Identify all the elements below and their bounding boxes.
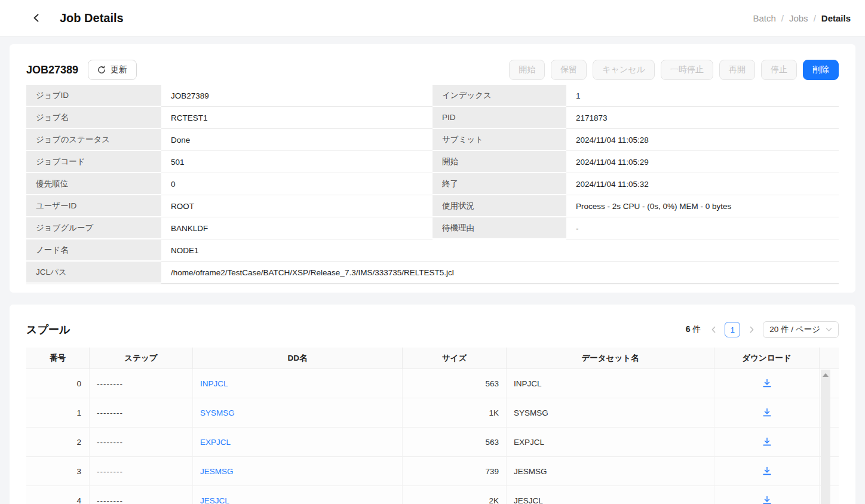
- detail-value: RCTEST1: [161, 107, 432, 129]
- download-button[interactable]: [759, 405, 775, 420]
- spool-pagination: 6 件 1 20 件 / ページ: [686, 321, 839, 338]
- spool-cell-download: [714, 457, 820, 485]
- detail-label: 開始: [432, 151, 566, 173]
- spool-cell-dataset: SYSMSG: [507, 398, 714, 427]
- action-button[interactable]: 停止: [761, 60, 797, 80]
- detail-label: ユーザーID: [26, 195, 161, 217]
- detail-label: ジョブコード: [26, 151, 161, 173]
- spool-cell-download: [714, 369, 820, 398]
- spool-table-header: 番号 ステップ DD名 サイズ データセット名 ダウンロード: [26, 348, 839, 369]
- spool-cell-step: --------: [90, 457, 193, 485]
- detail-value: Process - 2s CPU - (0s, 0%) MEM - 0 byte…: [566, 195, 839, 217]
- detail-label: ジョブのステータス: [26, 129, 161, 151]
- detail-label: 使用状況: [432, 195, 566, 217]
- spool-cell-number: 4: [26, 486, 90, 504]
- table-row: 2--------EXPJCL563EXPJCL: [26, 428, 839, 457]
- download-button[interactable]: [759, 464, 775, 478]
- chevron-down-icon: [826, 327, 832, 332]
- column-header-step: ステップ: [90, 348, 193, 368]
- chevron-left-icon: [711, 326, 716, 333]
- table-scrollbar[interactable]: [821, 370, 830, 504]
- detail-value: -: [566, 217, 839, 239]
- spool-table-body: 0--------INPJCL563INPJCL 1--------SYSMSG…: [26, 369, 839, 504]
- detail-label: ジョブ名: [26, 107, 161, 129]
- dd-link[interactable]: JESMSG: [200, 467, 234, 476]
- spool-cell-step: --------: [90, 398, 193, 427]
- scrollbar-up-arrow-icon: [823, 373, 829, 377]
- spool-header-row: スプール 6 件 1 20 件 / ページ: [26, 318, 839, 342]
- spool-cell-dd-name: INPJCL: [193, 369, 403, 398]
- detail-row: JCLパス/home/oframe2/TestCase/BATCH/XSP/Re…: [26, 262, 839, 284]
- detail-value: NODE1: [161, 239, 839, 262]
- job-detail-table: ジョブIDJOB27389インデックス1ジョブ名RCTEST1PID217187…: [26, 85, 839, 284]
- detail-row: ユーザーIDROOT使用状況Process - 2s CPU - (0s, 0%…: [26, 195, 839, 217]
- spool-cell-step: --------: [90, 486, 193, 504]
- spool-cell-size: 2K: [403, 486, 507, 504]
- spool-cell-dataset: JESMSG: [507, 457, 714, 485]
- spool-count-unit: 件: [692, 324, 701, 334]
- spool-cell-download: [714, 486, 820, 504]
- detail-label: ジョブグループ: [26, 217, 161, 239]
- download-icon: [762, 379, 772, 388]
- detail-label: ノード名: [26, 239, 161, 262]
- table-row: 4--------JESJCL2KJESJCL: [26, 486, 839, 504]
- column-header-size: サイズ: [403, 348, 507, 368]
- detail-row: ジョブグループBANKLDF待機理由-: [26, 217, 839, 239]
- breadcrumb-details: Details: [821, 13, 851, 23]
- column-header-dataset: データセット名: [507, 348, 714, 368]
- refresh-icon: [97, 66, 106, 74]
- action-button[interactable]: 保留: [551, 60, 587, 80]
- spool-count: 6 件: [686, 324, 701, 335]
- download-button[interactable]: [759, 435, 775, 449]
- spool-cell-dd-name: JESMSG: [193, 457, 403, 485]
- chevron-left-icon: [32, 13, 41, 23]
- spool-card: スプール 6 件 1 20 件 / ページ 番号 ステップ DD名 サイズ デー…: [10, 305, 855, 504]
- download-button[interactable]: [759, 493, 775, 504]
- spool-cell-dataset: JESJCL: [507, 486, 714, 504]
- refresh-button[interactable]: 更新: [88, 60, 137, 80]
- spool-count-value: 6: [686, 324, 691, 334]
- detail-label: サブミット: [432, 129, 566, 151]
- spool-table: 番号 ステップ DD名 サイズ データセット名 ダウンロード 0--------…: [26, 348, 839, 504]
- dd-link[interactable]: JESJCL: [200, 496, 229, 504]
- detail-label: 優先順位: [26, 173, 161, 195]
- spool-cell-dd-name: JESJCL: [193, 486, 403, 504]
- back-button[interactable]: [29, 10, 44, 26]
- dd-link[interactable]: SYSMSG: [200, 408, 235, 417]
- detail-value: 2024/11/04 11:05:29: [566, 151, 839, 173]
- action-button[interactable]: 一時停止: [661, 60, 713, 80]
- action-button[interactable]: キャンセル: [593, 60, 655, 80]
- table-row: 1--------SYSMSG1KSYSMSG: [26, 398, 839, 428]
- delete-button[interactable]: 削除: [803, 60, 839, 80]
- detail-label: 終了: [432, 173, 566, 195]
- detail-row: ジョブコード501開始2024/11/04 11:05:29: [26, 151, 839, 173]
- breadcrumb-jobs[interactable]: Jobs: [789, 13, 808, 23]
- detail-value: 0: [161, 173, 432, 195]
- page-number-button[interactable]: 1: [725, 322, 740, 337]
- breadcrumb: Batch / Jobs / Details: [753, 13, 851, 23]
- spool-title: スプール: [26, 322, 70, 337]
- page-size-select[interactable]: 20 件 / ページ: [763, 321, 839, 338]
- download-icon: [762, 496, 772, 504]
- spool-cell-dataset: EXPJCL: [507, 428, 714, 456]
- detail-value: JOB27389: [161, 85, 432, 107]
- table-row: 3--------JESMSG739JESMSG: [26, 457, 839, 486]
- column-header-spacer: [820, 348, 839, 368]
- dd-link[interactable]: INPJCL: [200, 379, 228, 388]
- action-button[interactable]: 開始: [509, 60, 545, 80]
- spool-cell-number: 2: [26, 428, 90, 456]
- column-header-dd-name: DD名: [193, 348, 403, 368]
- detail-label: ジョブID: [26, 85, 161, 107]
- dd-link[interactable]: EXPJCL: [200, 438, 231, 447]
- detail-row: ジョブIDJOB27389インデックス1: [26, 85, 839, 107]
- action-button[interactable]: 再開: [719, 60, 755, 80]
- breadcrumb-batch[interactable]: Batch: [753, 13, 775, 23]
- column-header-number: 番号: [26, 348, 90, 368]
- refresh-label: 更新: [111, 64, 127, 75]
- prev-page-button[interactable]: [708, 322, 718, 337]
- next-page-button[interactable]: [747, 322, 756, 337]
- spool-cell-size: 1K: [403, 398, 507, 427]
- breadcrumb-separator: /: [814, 13, 816, 23]
- detail-value: Done: [161, 129, 432, 151]
- download-button[interactable]: [759, 376, 775, 391]
